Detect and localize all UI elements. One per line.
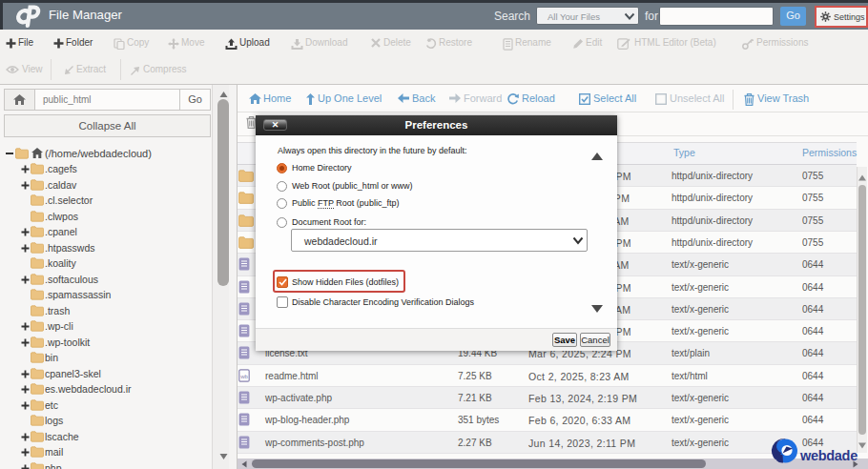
svg-text:webdade: webdade bbox=[799, 448, 858, 463]
svg-text:wb: wb bbox=[239, 374, 248, 379]
